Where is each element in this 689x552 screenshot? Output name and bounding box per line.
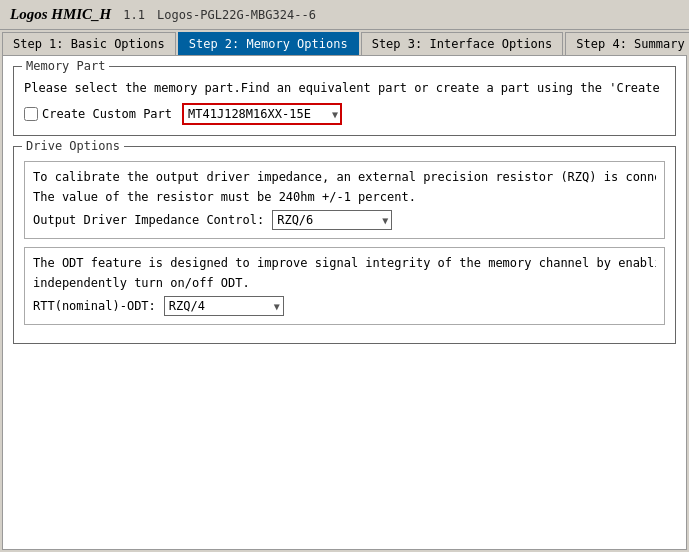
- tab-summary[interactable]: Step 4: Summary: [565, 32, 689, 55]
- main-content: Memory Part Please select the memory par…: [2, 55, 687, 550]
- odt-select-wrapper: RZQ/4RZQ/2RZQ/6RZQ/8Disabled ▼: [164, 296, 284, 316]
- output-driver-control-row: Output Driver Impedance Control: RZQ/6RZ…: [33, 210, 656, 230]
- drive-options-section: Drive Options To calibrate the output dr…: [13, 146, 676, 344]
- odt-desc1: The ODT feature is designed to improve s…: [33, 256, 656, 270]
- memory-part-row: Create Custom Part MT41J128M16XX-15EMT41…: [24, 103, 665, 125]
- app-version: 1.1: [123, 8, 145, 22]
- memory-part-label: Memory Part: [22, 59, 109, 73]
- part-select[interactable]: MT41J128M16XX-15EMT41J64M16XX-15EMT41J25…: [182, 103, 342, 125]
- output-driver-select[interactable]: RZQ/6RZQ/7RZQ/5: [272, 210, 392, 230]
- title-bar: Logos HMIC_H 1.1 Logos-PGL22G-MBG324--6: [0, 0, 689, 30]
- output-driver-control-label: Output Driver Impedance Control:: [33, 213, 264, 227]
- tab-basic-options[interactable]: Step 1: Basic Options: [2, 32, 176, 55]
- output-driver-desc2: The value of the resistor must be 240hm …: [33, 190, 656, 204]
- odt-desc2: independently turn on/off ODT.: [33, 276, 656, 290]
- create-custom-part-checkbox[interactable]: [24, 107, 38, 121]
- tab-interface-options[interactable]: Step 3: Interface Options: [361, 32, 564, 55]
- tab-bar: Step 1: Basic Options Step 2: Memory Opt…: [0, 30, 689, 55]
- memory-part-section: Memory Part Please select the memory par…: [13, 66, 676, 136]
- create-custom-part-checkbox-label: Create Custom Part: [42, 107, 172, 121]
- output-driver-subbox: To calibrate the output driver impedance…: [24, 161, 665, 239]
- drive-options-label: Drive Options: [22, 139, 124, 153]
- odt-subbox: The ODT feature is designed to improve s…: [24, 247, 665, 325]
- app-title: Logos HMIC_H: [10, 6, 111, 23]
- odt-control-label: RTT(nominal)-ODT:: [33, 299, 156, 313]
- part-select-wrapper: MT41J128M16XX-15EMT41J64M16XX-15EMT41J25…: [182, 103, 342, 125]
- create-custom-part-container: Create Custom Part: [24, 107, 172, 121]
- app-id: Logos-PGL22G-MBG324--6: [157, 8, 316, 22]
- output-driver-desc1: To calibrate the output driver impedance…: [33, 170, 656, 184]
- output-driver-select-wrapper: RZQ/6RZQ/7RZQ/5 ▼: [272, 210, 392, 230]
- odt-control-row: RTT(nominal)-ODT: RZQ/4RZQ/2RZQ/6RZQ/8Di…: [33, 296, 656, 316]
- odt-select[interactable]: RZQ/4RZQ/2RZQ/6RZQ/8Disabled: [164, 296, 284, 316]
- memory-part-description: Please select the memory part.Find an eq…: [24, 81, 665, 95]
- tab-memory-options[interactable]: Step 2: Memory Options: [178, 32, 359, 55]
